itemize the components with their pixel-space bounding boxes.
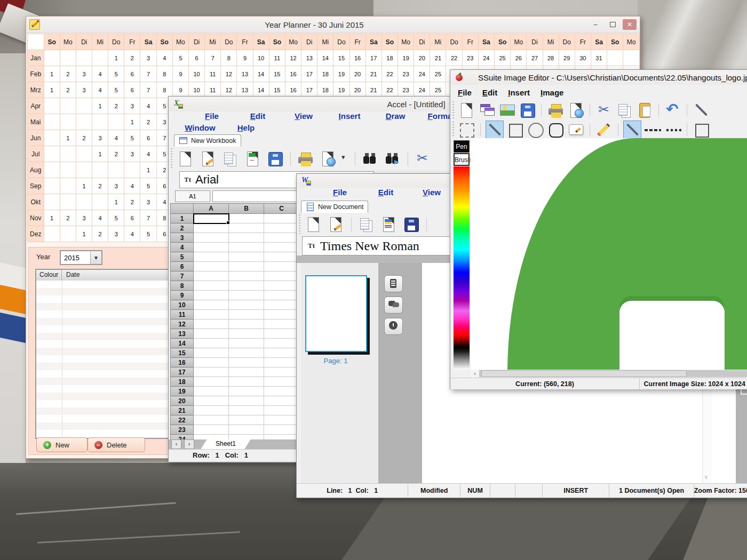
calendar-day-cell[interactable]: 2	[60, 82, 76, 98]
maximize-button[interactable]	[606, 19, 619, 30]
row-header[interactable]: 9	[171, 291, 194, 300]
new-page-icon[interactable]	[177, 150, 195, 168]
calendar-day-cell[interactable]: 18	[382, 50, 398, 66]
sheet-cell[interactable]	[229, 425, 264, 435]
menu-edit[interactable]: Edit	[235, 111, 281, 123]
history-clock-icon[interactable]	[384, 318, 403, 335]
sheet-cell[interactable]	[229, 415, 264, 425]
calendar-day-cell[interactable]: 1	[60, 130, 76, 146]
calendar-day-cell[interactable]	[124, 162, 140, 178]
calendar-day-cell[interactable]: 14	[253, 66, 269, 82]
row-header[interactable]: 18	[171, 377, 194, 387]
sheet-cell[interactable]	[264, 367, 299, 377]
calendar-day-cell[interactable]: 5	[140, 226, 156, 242]
new-page-icon[interactable]	[305, 215, 323, 234]
menu-help[interactable]: Help	[223, 123, 269, 135]
row-header[interactable]: 13	[171, 329, 194, 339]
sheet-cell[interactable]	[194, 387, 229, 396]
sheet-cell[interactable]	[194, 348, 229, 358]
save-icon[interactable]	[519, 101, 536, 118]
dash-style-icon[interactable]	[644, 121, 661, 138]
sheet-cell[interactable]	[229, 281, 264, 291]
calendar-day-cell[interactable]: 9	[172, 82, 188, 98]
calendar-day-cell[interactable]: 7	[140, 66, 156, 82]
calendar-day-cell[interactable]: 8	[221, 50, 237, 66]
sheet-cell[interactable]	[264, 329, 299, 339]
sheet-cell[interactable]	[194, 252, 229, 262]
sheet-cell[interactable]	[264, 348, 299, 358]
calendar-day-cell[interactable]	[76, 146, 92, 162]
sheet-cell[interactable]	[194, 339, 229, 348]
sheet-cell[interactable]	[229, 310, 264, 319]
sheet-cell[interactable]	[194, 300, 229, 310]
copy-pages-icon[interactable]	[357, 215, 376, 234]
line-style-icon[interactable]	[624, 121, 641, 138]
calendar-day-cell[interactable]: 1	[140, 162, 156, 178]
calendar-day-cell[interactable]: 5	[140, 178, 156, 194]
calendar-day-cell[interactable]: 5	[108, 66, 124, 82]
sheet-cell[interactable]	[194, 233, 229, 243]
calendar-day-cell[interactable]	[76, 114, 92, 130]
sheet-cell[interactable]	[264, 415, 299, 425]
calendar-day-cell[interactable]: 3	[76, 210, 92, 226]
sheet-cell[interactable]	[229, 396, 264, 406]
calendar-day-cell[interactable]: 1	[92, 146, 108, 162]
calendar-day-cell[interactable]: 1	[44, 82, 60, 98]
pen-color-button[interactable]: Pen	[454, 140, 470, 153]
chart-page-icon[interactable]	[244, 150, 262, 168]
printer-icon[interactable]	[297, 150, 315, 168]
calendar-day-cell[interactable]: 3	[108, 226, 124, 242]
calendar-day-cell[interactable]: 5	[124, 130, 140, 146]
calendar-day-cell[interactable]	[44, 130, 60, 146]
calendar-day-cell[interactable]: 2	[124, 50, 140, 66]
calendar-day-cell[interactable]: 20	[349, 82, 365, 98]
toolbar-grip[interactable]	[170, 148, 173, 170]
calendar-day-cell[interactable]: 1	[108, 50, 124, 66]
calendar-day-cell[interactable]: 5	[108, 82, 124, 98]
calendar-day-cell[interactable]: 4	[140, 98, 156, 114]
row-header[interactable]: 20	[171, 396, 194, 406]
find-icon[interactable]	[361, 150, 379, 168]
calendar-day-cell[interactable]: 8	[156, 82, 172, 98]
sheet-cell[interactable]	[194, 214, 229, 223]
picture-icon[interactable]	[498, 101, 515, 118]
calendar-day-cell[interactable]	[92, 162, 108, 178]
document-map-icon[interactable]	[384, 275, 403, 292]
image-canvas[interactable]	[471, 138, 747, 370]
calendar-day-cell[interactable]: 1	[44, 66, 60, 82]
row-header[interactable]: 7	[171, 271, 194, 281]
column-header[interactable]: A	[194, 204, 229, 214]
calendar-day-cell[interactable]	[108, 114, 124, 130]
menu-view[interactable]: View	[409, 188, 455, 201]
sheet-cell[interactable]	[229, 329, 264, 339]
calendar-day-cell[interactable]: 22	[382, 66, 398, 82]
calendar-day-cell[interactable]: 30	[575, 50, 591, 66]
calendar-day-cell[interactable]: 10	[189, 66, 205, 82]
calendar-day-cell[interactable]: 1	[108, 194, 124, 210]
sheet-cell[interactable]	[229, 252, 264, 262]
calendar-day-cell[interactable]: 1	[76, 226, 92, 242]
row-header[interactable]: 6	[171, 262, 194, 271]
calendar-day-cell[interactable]: 3	[92, 130, 108, 146]
dropdown-arrow-icon[interactable]	[341, 150, 349, 168]
menu-draw[interactable]: Draw	[372, 111, 418, 123]
calendar-day-cell[interactable]: 6	[140, 130, 156, 146]
calendar-day-cell[interactable]: 2	[60, 66, 76, 82]
year-planner-titlebar[interactable]: Year Planner - 30 Juni 2015 – ✕	[26, 17, 640, 33]
sheet-cell[interactable]	[229, 358, 264, 367]
calendar-day-cell[interactable]	[92, 50, 108, 66]
brush-color-button[interactable]: Brush	[454, 153, 470, 166]
calendar-day-cell[interactable]: 24	[414, 66, 430, 82]
paste-icon[interactable]	[636, 101, 653, 118]
toolbar-grip[interactable]	[298, 214, 301, 235]
dot-style-icon[interactable]	[664, 121, 681, 138]
calendar-day-cell[interactable]: 27	[527, 50, 543, 66]
calendar-day-cell[interactable]: 3	[124, 98, 140, 114]
calendar-day-cell[interactable]	[60, 114, 76, 130]
calendar-day-cell[interactable]	[92, 114, 108, 130]
row-header[interactable]: 1	[171, 214, 194, 223]
calendar-day-cell[interactable]: 4	[140, 146, 156, 162]
calendar-day-cell[interactable]: 21	[430, 50, 446, 66]
roundrect-tool-icon[interactable]	[547, 121, 564, 138]
calendar-day-cell[interactable]: 14	[253, 82, 269, 98]
